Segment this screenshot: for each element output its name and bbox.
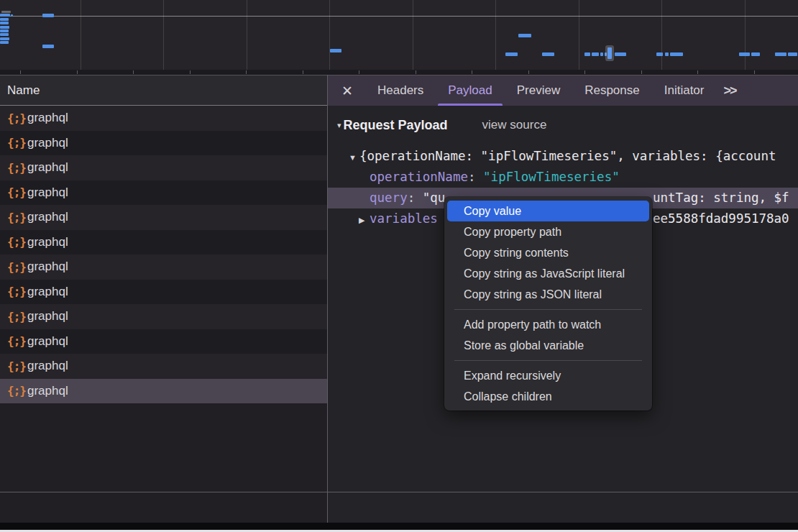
timeline-ruler-tick: [697, 70, 698, 74]
table-row[interactable]: {;}graphql: [0, 106, 327, 131]
timeline-gridline: [579, 0, 579, 70]
table-row[interactable]: {;}graphql: [0, 230, 327, 255]
waterfall-bar: [0, 26, 9, 29]
request-name-label: graphql: [27, 210, 68, 224]
collapse-triangle-icon: ▾: [337, 121, 341, 130]
json-braces-icon: {;}: [7, 136, 27, 150]
menu-item-collapse-children[interactable]: Collapse children: [447, 386, 649, 407]
context-menu: Copy valueCopy property pathCopy string …: [444, 197, 652, 411]
waterfall-bar: [542, 52, 554, 56]
waterfall-bar: [605, 52, 607, 56]
request-name-label: graphql: [27, 309, 68, 324]
table-row[interactable]: {;}graphql: [0, 131, 327, 156]
json-braces-icon: {;}: [7, 161, 27, 175]
menu-item-copy-string-as-javascript-literal[interactable]: Copy string as JavaScript literal: [447, 263, 649, 284]
property-value-right-fragment: untTag: string, $f: [653, 188, 789, 208]
json-braces-icon: {;}: [7, 235, 27, 249]
property-key: query: [370, 191, 408, 205]
request-name-label: graphql: [27, 136, 68, 150]
menu-item-copy-value[interactable]: Copy value: [447, 201, 649, 221]
waterfall-bar: [1, 11, 11, 13]
waterfall-bar: [0, 41, 9, 44]
timeline-ruler-tick: [246, 70, 247, 74]
menu-item-copy-string-contents[interactable]: Copy string contents: [447, 242, 649, 263]
timeline-ruler-tick: [133, 70, 134, 74]
timeline-ruler-tick: [584, 70, 585, 74]
waterfall-bar: [751, 52, 760, 56]
waterfall-bar: [0, 37, 9, 40]
table-row[interactable]: {;}graphql: [0, 180, 327, 206]
request-name-label: graphql: [27, 384, 68, 398]
payload-preview-text: {operationName: "ipFlowTimeseries", vari…: [359, 149, 776, 163]
timeline-gridline: [745, 0, 746, 70]
table-row[interactable]: {;}graphql: [0, 254, 327, 280]
waterfall-bar: [788, 52, 797, 56]
collapsed-triangle-icon[interactable]: ▶: [359, 210, 370, 231]
network-request-list-panel: Name {;}graphql{;}graphql{;}graphql{;}gr…: [0, 75, 327, 532]
column-header-name[interactable]: Name: [0, 75, 327, 106]
overview-bottom-band: [0, 70, 798, 75]
table-row[interactable]: {;}graphql: [0, 354, 327, 379]
menu-item-add-property-path-to-watch[interactable]: Add property path to watch: [447, 314, 649, 335]
property-key: variables: [370, 211, 438, 226]
view-source-link[interactable]: view source: [482, 118, 547, 132]
summary-bar-divider: [0, 492, 798, 492]
request-payload-section-header[interactable]: ▾ Request Payload view source: [328, 116, 798, 134]
timeline-gridline: [81, 0, 81, 70]
menu-item-copy-string-as-json-literal[interactable]: Copy string as JSON literal: [447, 284, 649, 305]
detail-tabbar: ✕ HeadersPayloadPreviewResponseInitiator…: [328, 75, 798, 106]
waterfall-bar: [0, 18, 9, 21]
json-braces-icon: {;}: [7, 359, 27, 373]
request-name-label: graphql: [27, 359, 68, 373]
waterfall-bar: [665, 52, 669, 56]
window-bottom-edge: [0, 523, 798, 530]
timeline-ruler-tick: [754, 70, 755, 74]
close-icon[interactable]: ✕: [338, 83, 357, 99]
table-row[interactable]: {;}graphql: [0, 155, 327, 180]
tab-preview[interactable]: Preview: [505, 75, 572, 106]
waterfall-bar: [0, 33, 9, 36]
timeline-ruler-tick: [416, 70, 416, 74]
waterfall-bar: [42, 45, 54, 48]
menu-separator: [454, 360, 642, 361]
menu-item-expand-recursively[interactable]: Expand recursively: [447, 365, 649, 386]
property-value-string: "ipFlowTimeseries": [483, 170, 620, 184]
payload-row-operationname[interactable]: operationName: "ipFlowTimeseries": [328, 167, 798, 188]
table-row[interactable]: {;}graphql: [0, 379, 327, 404]
tab-headers[interactable]: Headers: [365, 75, 436, 106]
waterfall-bar: [0, 22, 9, 24]
payload-root-row[interactable]: ▼{operationName: "ipFlowTimeseries", var…: [328, 146, 798, 167]
menu-item-store-as-global-variable[interactable]: Store as global variable: [447, 335, 649, 356]
json-braces-icon: {;}: [7, 285, 27, 298]
table-row[interactable]: {;}graphql: [0, 304, 327, 329]
timeline-ruler-tick: [20, 70, 21, 74]
table-row[interactable]: {;}graphql: [0, 329, 327, 354]
request-name-label: graphql: [27, 334, 68, 349]
overview-divider-line: [0, 16, 798, 17]
tab-initiator[interactable]: Initiator: [652, 75, 717, 106]
waterfall-bar: [775, 52, 786, 56]
json-braces-icon: {;}: [7, 111, 27, 125]
request-name-label: graphql: [27, 185, 68, 200]
timeline-ruler-tick: [190, 70, 191, 74]
json-braces-icon: {;}: [7, 185, 27, 199]
json-braces-icon: {;}: [7, 310, 27, 324]
waterfall-bar: [656, 52, 663, 56]
expanded-triangle-icon[interactable]: ▼: [349, 147, 359, 168]
colon: :: [468, 170, 476, 184]
table-row[interactable]: {;}graphql: [0, 205, 327, 230]
table-row[interactable]: {;}graphql: [0, 280, 327, 305]
timeline-gridline: [661, 0, 662, 70]
property-key: operationName: [370, 170, 468, 184]
tab-payload[interactable]: Payload: [436, 75, 504, 106]
waterfall-bar: [518, 34, 531, 37]
colon: :: [408, 191, 416, 205]
json-braces-icon: {;}: [7, 334, 27, 348]
menu-separator: [454, 309, 642, 310]
menu-item-copy-property-path[interactable]: Copy property path: [447, 221, 649, 242]
more-tabs-chevron-icon[interactable]: >>: [716, 75, 743, 106]
waterfall-bar: [42, 14, 54, 17]
tab-response[interactable]: Response: [572, 75, 652, 106]
waterfall-bar: [670, 52, 683, 56]
network-overview-timeline[interactable]: [0, 0, 798, 75]
